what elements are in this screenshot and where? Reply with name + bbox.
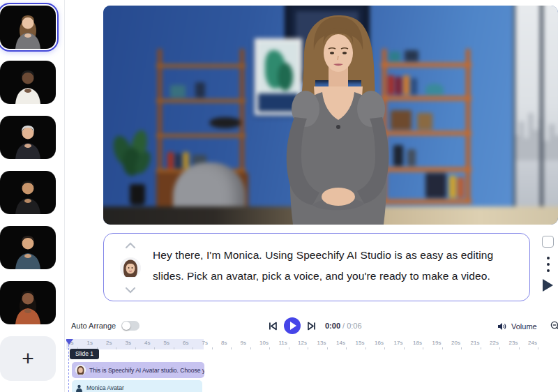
track-avatar-text: Monica Avatar — [86, 384, 124, 391]
ruler-tick — [212, 347, 213, 349]
playhead-marker[interactable] — [66, 339, 73, 345]
ruler-tick — [384, 347, 385, 349]
ruler-label: 18s — [413, 340, 422, 346]
ruler-tick — [423, 347, 423, 349]
playback-control-bar: Auto Arrange 0:00 / 0:06 Volume — [66, 315, 558, 338]
auto-arrange-label: Auto Arrange — [71, 322, 116, 330]
ruler-label: 16s — [375, 340, 384, 346]
slide-badge[interactable]: Slide 1 — [70, 349, 99, 359]
ruler-tick — [346, 347, 347, 349]
chevron-down-icon[interactable] — [125, 287, 136, 294]
ruler-tick — [404, 347, 405, 349]
city-skyline — [515, 105, 558, 160]
ruler-tick — [135, 347, 136, 349]
ruler-tick — [538, 347, 538, 349]
auto-arrange-toggle[interactable] — [121, 321, 140, 331]
ruler-tick — [481, 347, 481, 349]
ruler-label: 7s — [202, 340, 208, 346]
ruler-tick — [327, 347, 328, 349]
add-avatar-button[interactable]: + — [0, 336, 56, 381]
plant — [113, 130, 155, 206]
ruler-tick — [289, 347, 289, 349]
avatar-thumbnail-avatar-6[interactable] — [0, 281, 56, 324]
plus-icon: + — [22, 347, 34, 370]
select-checkbox[interactable] — [542, 236, 554, 248]
volume-icon[interactable] — [497, 322, 506, 331]
ruler-tick — [269, 347, 270, 349]
ruler-label: 5s — [164, 340, 169, 346]
person-icon — [75, 384, 83, 392]
ruler-label: 3s — [126, 340, 131, 346]
ruler-label: 6s — [183, 340, 188, 346]
ruler-tick — [231, 347, 232, 349]
ruler-label: 8s — [221, 340, 227, 346]
volume-label[interactable]: Volume — [511, 322, 537, 331]
avatar-list — [0, 0, 65, 324]
ruler-tick — [174, 347, 174, 349]
skip-forward-icon[interactable] — [307, 322, 316, 331]
avatar-thumbnail-avatar-3[interactable] — [0, 116, 56, 159]
ruler-tick — [365, 347, 366, 349]
ruler-tick — [308, 347, 308, 349]
play-script-icon[interactable] — [543, 279, 553, 292]
monica-avatar-figure — [251, 14, 425, 225]
ruler-label: 19s — [432, 340, 442, 346]
track-avatar-face — [75, 365, 86, 375]
ruler-label: 21s — [471, 340, 480, 346]
sidebar-divider — [64, 0, 65, 392]
ruler-label: 10s — [259, 340, 269, 346]
timeline[interactable]: 0s1s2s3s4s5s6s7s8s9s10s11s12s13s14s15s16… — [66, 339, 558, 392]
ruler-tick — [193, 347, 193, 349]
ruler-tick — [116, 347, 116, 349]
ruler-tick — [499, 347, 500, 349]
avatar-thumbnail-avatar-4[interactable] — [0, 171, 56, 214]
track-script-block[interactable]: This is Speechify AI Avatar studio. Choo… — [72, 362, 204, 378]
time-display: 0:00 / 0:06 — [325, 322, 362, 330]
script-box[interactable]: Hey there, I'm Monica. Using Speechify A… — [103, 233, 530, 301]
ruler-tick — [519, 347, 520, 349]
chevron-up-icon[interactable] — [125, 242, 136, 248]
track-script-text: This is Speechify AI Avatar studio. Choo… — [89, 367, 204, 374]
ruler-label: 17s — [394, 340, 403, 346]
play-button[interactable] — [284, 317, 301, 334]
video-preview[interactable] — [103, 6, 558, 225]
avatar-sidebar: + — [0, 0, 65, 392]
avatar-thumbnail-avatar-5[interactable] — [0, 226, 56, 269]
ruler-tick — [154, 347, 155, 349]
timeline-ruler[interactable]: 0s1s2s3s4s5s6s7s8s9s10s11s12s13s14s15s16… — [66, 339, 558, 349]
ruler-label: 20s — [451, 340, 460, 346]
avatar-thumbnail-monica[interactable] — [0, 6, 56, 49]
ruler-label: 22s — [490, 340, 499, 346]
ruler-label: 14s — [336, 340, 345, 346]
zoom-out-icon[interactable] — [550, 321, 558, 331]
ruler-label: 13s — [317, 340, 326, 346]
script-text[interactable]: Hey there, I'm Monica. Using Speechify A… — [153, 245, 508, 287]
avatar-thumbnail-avatar-2[interactable] — [0, 61, 56, 104]
ruler-label: 24s — [528, 340, 537, 346]
ruler-label: 2s — [106, 340, 112, 346]
ruler-label: 23s — [509, 340, 518, 346]
ruler-label: 15s — [356, 340, 365, 346]
track-avatar-block[interactable]: Monica Avatar — [72, 380, 202, 392]
ruler-tick — [250, 347, 251, 349]
ruler-label: 1s — [87, 340, 93, 346]
playhead-line — [68, 345, 69, 392]
kebab-menu-icon[interactable] — [546, 257, 550, 275]
window — [513, 6, 558, 225]
ruler-label: 11s — [279, 340, 287, 346]
ruler-label: 12s — [298, 340, 307, 346]
skip-back-icon[interactable] — [269, 322, 278, 331]
monica-face-avatar — [120, 257, 141, 278]
script-side-controls — [541, 236, 558, 299]
ruler-label: 9s — [241, 340, 246, 346]
ruler-tick — [461, 347, 462, 349]
ruler-tick — [442, 347, 443, 349]
ruler-label: 4s — [144, 340, 150, 346]
